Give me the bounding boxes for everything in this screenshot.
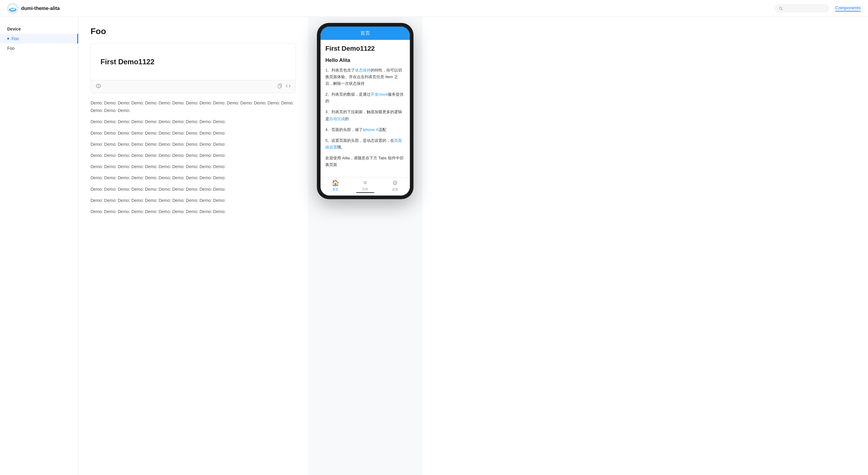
sidebar: Device Foo Foo [0, 17, 79, 475]
demo-line-2: Demo: Demo: Demo: Demo: Demo: Demo: Demo… [91, 129, 296, 137]
sidebar-item-foo-main[interactable]: Foo [0, 43, 78, 53]
sidebar-section-device: Device [0, 24, 78, 34]
phone-para-5-text: 欢迎使用 Alita，请随意在下方 Tabs 组件中切换页面 [326, 156, 404, 167]
phone-para-1: 2、列表页的数据，是通过开发mock服务提供的 [326, 91, 405, 104]
header-right: Components [775, 4, 861, 12]
demo-line-7: Demo: Demo: Demo: Demo: Demo: Demo: Demo… [91, 186, 296, 193]
code-icon[interactable] [286, 84, 291, 90]
phone-tabbar: 🏠 首页 ≡ 列表 ⚙ 设置 [320, 177, 410, 194]
demo-line-6: Demo: Demo: Demo: Demo: Demo: Demo: Demo… [91, 174, 296, 182]
svg-rect-6 [278, 85, 281, 88]
phone-tab-settings-label: 设置 [392, 187, 398, 192]
phone-tab-home-label: 首页 [332, 187, 338, 192]
demo-preview: First Demo1122 [91, 44, 296, 80]
sidebar-item-foo-sub[interactable]: Foo [0, 34, 78, 43]
sidebar-item-label: Foo [7, 46, 14, 51]
phone-para-2-link[interactable]: 自动完成 [329, 117, 345, 121]
main-content: Foo First Demo1122 [79, 17, 308, 475]
list-icon: ≡ [363, 179, 367, 186]
search-box[interactable] [775, 4, 829, 12]
demo-toolbar [91, 80, 296, 93]
phone-tab-list[interactable]: ≡ 列表 [350, 179, 380, 193]
phone-status-title: 首页 [360, 30, 370, 36]
phone-para-0: 1、列表页包含了状态保持的特性，你可以切换页面体验。并在点击列表页任意 Item… [326, 67, 405, 87]
demo-box: First Demo1122 [91, 43, 296, 93]
search-icon [779, 6, 783, 10]
demo-line-5: Demo: Demo: Demo: Demo: Demo: Demo: Demo… [91, 163, 296, 170]
phone-para-1-before: 2、列表页的数据，是通过 [326, 92, 371, 97]
cube-icon[interactable] [96, 83, 101, 90]
phone-para-2-after: 的 [345, 117, 349, 121]
phone-para-1-link[interactable]: 开发mock [371, 92, 388, 97]
phone-para-3-after: 适配 [378, 127, 386, 132]
settings-icon: ⚙ [392, 179, 398, 187]
page-heading: Foo [91, 27, 296, 36]
demo-line-4: Demo: Demo: Demo: Demo: Demo: Demo: Demo… [91, 152, 296, 159]
phone-para-2: 3、列表页的下拉刷新，触底加载更多的逻辑是自动完成的 [326, 108, 405, 122]
copy-icon[interactable] [277, 84, 282, 90]
phone-para-4: 5、设置页面的头部，是动态设置的，在页面级设置哦。 [326, 137, 405, 151]
phone-para-3-before: 4、页面的头部，做了 [326, 127, 363, 132]
svg-line-4 [781, 9, 782, 10]
phone-demo-title: First Demo1122 [326, 45, 405, 53]
demo-line-8: Demo: Demo: Demo: Demo: Demo: Demo: Demo… [91, 197, 296, 204]
phone-para-0-link[interactable]: 状态保持 [355, 68, 371, 72]
demo-line-3: Demo: Demo: Demo: Demo: Demo: Demo: Demo… [91, 140, 296, 148]
home-icon: 🏠 [332, 179, 339, 187]
phone-status-bar: 首页 [320, 27, 410, 40]
phone-tab-list-label: 列表 [362, 187, 368, 191]
demo-toolbar-left [96, 83, 101, 90]
logo-icon [7, 3, 18, 14]
tab-indicator [356, 192, 374, 193]
phone-para-4-after: 哦。 [337, 145, 345, 149]
phone-body[interactable]: First Demo1122 Hello Alita 1、列表页包含了状态保持的… [320, 40, 410, 177]
phone-screen: 首页 First Demo1122 Hello Alita 1、列表页包含了状态… [320, 27, 410, 195]
demo-preview-text: First Demo1122 [100, 58, 155, 66]
phone-para-3-link[interactable]: iphone X [363, 127, 378, 132]
app-title: dumi-theme-alita [21, 6, 60, 11]
header: dumi-theme-alita Components [0, 0, 868, 17]
phone-tab-home[interactable]: 🏠 首页 [320, 179, 350, 193]
layout: Device Foo Foo Foo First Demo1122 [0, 17, 868, 475]
phone-tab-settings[interactable]: ⚙ 设置 [380, 179, 410, 193]
demo-line-9: Demo: Demo: Demo: Demo: Demo: Demo: Demo… [91, 208, 296, 216]
components-nav-link[interactable]: Components [835, 5, 861, 11]
demo-text-content: Demo: Demo: Demo: Demo: Demo: Demo: Demo… [91, 99, 296, 216]
phone-hello-title: Hello Alita [326, 57, 405, 63]
phone-mockup: 首页 First Demo1122 Hello Alita 1、列表页包含了状态… [317, 23, 413, 199]
header-left: dumi-theme-alita [7, 3, 60, 14]
phone-para-5: 欢迎使用 Alita，请随意在下方 Tabs 组件中切换页面 [326, 155, 405, 168]
sidebar-dot [7, 38, 9, 39]
device-panel: 首页 First Demo1122 Hello Alita 1、列表页包含了状态… [308, 17, 423, 475]
demo-line-0: Demo: Demo: Demo: Demo: Demo: Demo: Demo… [91, 99, 296, 115]
search-input[interactable] [785, 6, 825, 10]
phone-para-0-before: 1、列表页包含了 [326, 68, 355, 72]
demo-line-1: Demo: Demo: Demo: Demo: Demo: Demo: Demo… [91, 118, 296, 126]
demo-toolbar-right [277, 84, 291, 90]
phone-para-4-before: 5、设置页面的头部，是动态设置的，在 [326, 138, 394, 143]
sidebar-item-label: Foo [11, 36, 19, 41]
phone-para-3: 4、页面的头部，做了iphone X适配 [326, 126, 405, 133]
